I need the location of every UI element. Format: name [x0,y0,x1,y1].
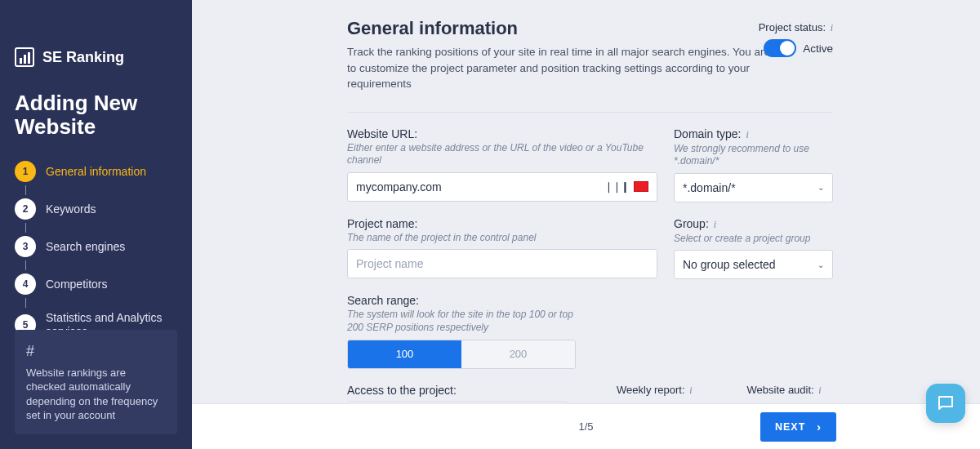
project-status-toggle[interactable] [764,39,796,57]
project-name-label: Project name: [347,217,657,230]
group-field: Group: i Select or create a project grou… [674,217,833,280]
step-num: 3 [15,236,36,257]
info-icon[interactable]: i [831,22,833,33]
sidebar-note-text: Website rankings are checked automatical… [26,367,158,422]
brand-logo-icon [15,47,34,67]
search-range-200[interactable]: 200 [461,340,575,368]
info-icon[interactable]: i [818,385,821,396]
divider [347,112,833,113]
group-select[interactable]: No group selected ⌄ [674,250,833,279]
domain-type-label: Domain type: [674,127,741,140]
website-url-field: Website URL: Either enter a website addr… [347,127,657,202]
step-connector [25,298,26,308]
website-url-input[interactable] [356,180,604,193]
brand: SE Ranking [15,47,177,67]
brand-name: SE Ranking [42,49,124,66]
next-button[interactable]: NEXT › [760,412,836,442]
info-icon[interactable]: i [746,129,748,140]
step-competitors[interactable]: 4 Competitors [15,270,177,298]
sidebar-title: Adding New Website [15,91,177,138]
search-range-label: Search range: [347,294,833,307]
group-label: Group: [674,217,709,230]
search-range-100[interactable]: 100 [348,340,461,368]
chat-widget-button[interactable] [926,384,965,423]
project-status-block: Project status: i Active [759,21,833,57]
website-url-hint: Either enter a website address or the UR… [347,142,657,167]
domain-type-field: Domain type: i We strongly recommend to … [674,127,833,202]
access-label: Access to the project: [347,384,568,397]
project-name-hint: The name of the project in the control p… [347,232,657,245]
project-status-value: Active [803,42,833,55]
search-range-segmented: 100 200 [347,340,576,369]
sidebar: SE Ranking Adding New Website 1 General … [0,0,192,449]
weekly-report-label: Weekly report: [617,384,685,396]
chat-icon [936,393,956,413]
wizard-steps: 1 General information 2 Keywords 3 Searc… [15,158,177,342]
chevron-right-icon: › [817,420,822,433]
page-indicator: 1/5 [578,420,593,433]
sidebar-note: # Website rankings are checked automatic… [15,330,177,434]
project-name-field: Project name: The name of the project in… [347,217,657,279]
step-keywords[interactable]: 2 Keywords [15,195,177,223]
hash-icon: # [26,341,166,361]
access-field: Access to the project: Only me ⌄ Add acc… [347,384,568,403]
step-num: 2 [15,198,36,220]
domain-type-hint: We strongly recommend to use *.domain/* [674,143,833,168]
group-value: No group selected [683,258,776,271]
search-range-hint: The system will look for the site in the… [347,309,592,334]
wizard-footer: 1/5 NEXT › [192,403,980,449]
chevron-down-icon: ⌄ [817,183,824,192]
step-num: 4 [15,273,36,295]
website-audit-block: Website audit: i Enabled [747,384,829,403]
domain-type-select[interactable]: *.domain/* ⌄ [674,173,833,202]
page-subtitle: Track the ranking positions of your site… [347,44,804,92]
step-general-information[interactable]: 1 General information [15,158,177,185]
step-search-engines[interactable]: 3 Search engines [15,233,177,260]
step-num: 1 [15,161,36,182]
step-connector [25,185,26,195]
next-button-label: NEXT [775,421,805,433]
country-flag-icon[interactable] [634,181,648,192]
group-hint: Select or create a project group [674,233,833,246]
step-connector [25,260,26,270]
info-icon[interactable]: i [689,385,692,396]
website-url-input-wrap: ❘❘❙ [347,172,657,202]
step-label: Keywords [46,202,96,216]
website-url-label: Website URL: [347,127,657,140]
domain-type-value: *.domain/* [683,181,736,194]
url-options-icon[interactable]: ❘❘❙ [604,180,629,193]
content: General information Track the ranking po… [192,0,980,403]
main: General information Track the ranking po… [192,0,980,449]
step-label: Search engines [46,240,125,254]
chevron-down-icon: ⌄ [817,260,824,269]
step-label: Competitors [46,278,107,291]
step-label: General information [46,165,146,179]
website-audit-label: Website audit: [747,384,814,396]
step-connector [25,223,26,233]
info-icon[interactable]: i [714,219,716,230]
project-status-label: Project status: [759,21,826,33]
weekly-report-block: Weekly report: i Enabled [617,384,698,403]
project-name-input[interactable] [356,257,648,270]
search-range-field: Search range: The system will look for t… [347,294,833,368]
